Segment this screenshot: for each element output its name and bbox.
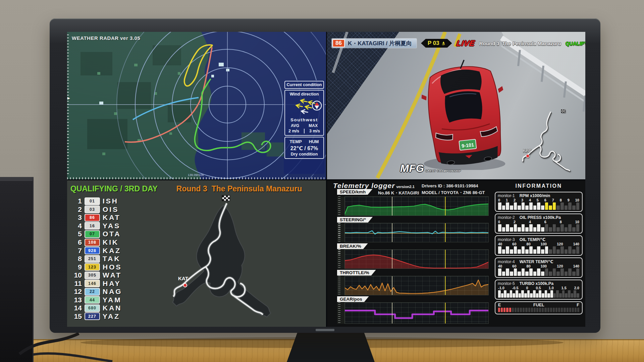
scale-tick: 140 — [573, 264, 579, 268]
hum-label: HUM — [309, 139, 319, 144]
graph-tab-gear: GEAR/pos — [337, 296, 369, 302]
graph-steering — [337, 223, 489, 242]
gauge-bar — [525, 227, 529, 232]
gauge-bar — [541, 249, 544, 254]
scale-tick: 10 — [575, 220, 579, 224]
monitor-scale: 0246810 — [497, 220, 580, 224]
car-number-badge: 123 — [85, 263, 100, 271]
live-camera-panel: 9-101 86 K・KATAGIRI / 片桐夏向 P 03 — [327, 32, 585, 179]
monitor-name: monitor-5 — [498, 281, 515, 286]
weather-radar-panel: ▶ WEATHER RADAR ver 3.05 139.090106 Curr… — [67, 32, 326, 179]
driver-name-bar: 86 K・KATAGIRI / 片桐夏向 — [332, 39, 417, 48]
gauge-bar — [502, 249, 505, 254]
gauge-bar — [533, 272, 537, 276]
gauge-bar — [565, 205, 568, 210]
gauge-bar — [565, 227, 568, 232]
standings-list: 101ISH203OIS386KAT416YAS507OTA6108KIK792… — [70, 197, 147, 320]
gauge-bar — [572, 249, 576, 254]
monitor-box-m3: monitor-3OIL TEMP/℃406080100120140 — [495, 235, 583, 256]
gauge-bar — [525, 205, 529, 210]
scale-tick: 8 — [560, 198, 562, 202]
gauge-bar — [572, 205, 576, 210]
car-number-badge: 07 — [85, 230, 100, 238]
fuel-segment — [555, 308, 557, 312]
waveform-break — [345, 250, 488, 268]
gauge-bar — [518, 272, 521, 276]
gauge-bar — [522, 224, 525, 232]
gauge-bar — [536, 293, 539, 298]
graph-plot-steering — [344, 223, 489, 242]
monitor-bars — [497, 224, 580, 232]
car-number-badge: 305 — [85, 272, 100, 279]
driver-code: YAZ — [103, 312, 120, 320]
track-map-inset: KAT — [514, 106, 583, 177]
monitor-gauge-label: RPM x1000/min — [520, 193, 550, 198]
monitor-list: monitor-1RPM x1000/min012345678910monito… — [495, 192, 583, 300]
gauge-bar — [537, 246, 540, 254]
standings-row: 507OTA — [70, 230, 147, 238]
gauge-bar — [537, 268, 540, 276]
scale-tick: 6 — [544, 198, 546, 202]
scale-tick: 1 — [506, 198, 508, 202]
scale-tick: 40 — [498, 242, 502, 246]
scale-tick: -0.5 — [512, 286, 519, 290]
gauge-bar — [510, 205, 513, 210]
driver-marker-label: KAT — [178, 276, 189, 281]
gauge-bar — [553, 224, 556, 232]
gauge-bar — [576, 246, 580, 254]
radar-caret-icon: ▶ — [67, 96, 70, 100]
scale-tick: 1.0 — [548, 286, 553, 290]
live-badge: LIVE — [456, 39, 476, 48]
fuel-segment — [525, 308, 527, 312]
fuel-segment — [572, 308, 574, 312]
finish-flag-icon — [561, 110, 565, 113]
position-number: 12 — [70, 288, 82, 296]
fuel-segment — [553, 308, 555, 312]
gauge-bar — [572, 227, 576, 232]
position-number: 10 — [70, 271, 82, 279]
gauge-bar — [549, 249, 552, 254]
scale-tick: 5 — [537, 198, 539, 202]
position-number: 4 — [70, 222, 82, 230]
gauge-bar — [530, 293, 533, 298]
gauge-bar — [560, 246, 564, 254]
round-label: Round 3 — [176, 184, 207, 193]
car-number-badge: 03 — [85, 205, 100, 213]
standings-row: 14680KAN — [70, 304, 147, 312]
monitor-name: monitor-1 — [498, 193, 515, 198]
gauge-bar — [524, 293, 527, 298]
scale-tick: 10 — [575, 198, 579, 202]
gauge-bar — [556, 290, 559, 298]
monitor-bars — [497, 290, 580, 298]
standings-row: 8251TAK — [70, 255, 147, 263]
monitor-header: monitor-5TURBO x100k.Pa — [497, 281, 580, 286]
gauge-bar — [572, 272, 576, 276]
car-number-badge: 680 — [85, 304, 100, 312]
fuel-segment — [501, 308, 503, 312]
round-event: Round 3 The Peninsula Manazuru — [479, 41, 561, 46]
gauge-bar — [501, 293, 504, 298]
waveform-gear — [345, 303, 488, 323]
gauge-bar — [502, 227, 505, 232]
driver-code: KAT — [103, 214, 121, 222]
driver-code: HAY — [103, 280, 121, 288]
gauge-bar — [533, 290, 536, 298]
room-scene: ▶ WEATHER RADAR ver 3.05 139.090106 Curr… — [0, 0, 644, 362]
standings-row: 386KAT — [70, 214, 147, 222]
monitor-bars — [497, 246, 580, 254]
fuel-segment — [506, 308, 508, 312]
driver-code: WAT — [103, 271, 122, 279]
monitor-scale: 012345678910 — [497, 198, 580, 202]
gauge-bar — [559, 293, 562, 298]
fuel-segment — [512, 308, 514, 312]
scale-tick: 140 — [573, 242, 579, 246]
gauge-bar — [506, 202, 509, 210]
gauge-bar — [522, 246, 525, 254]
gauge-bar — [556, 205, 560, 210]
car-number-badge: 146 — [85, 280, 100, 287]
radar-coordinate: 139.090106 — [188, 173, 204, 177]
gauge-bar — [560, 268, 564, 276]
graph-scale-speed — [337, 196, 345, 216]
gauge-bar — [504, 290, 506, 298]
scale-tick: 120 — [557, 264, 563, 268]
